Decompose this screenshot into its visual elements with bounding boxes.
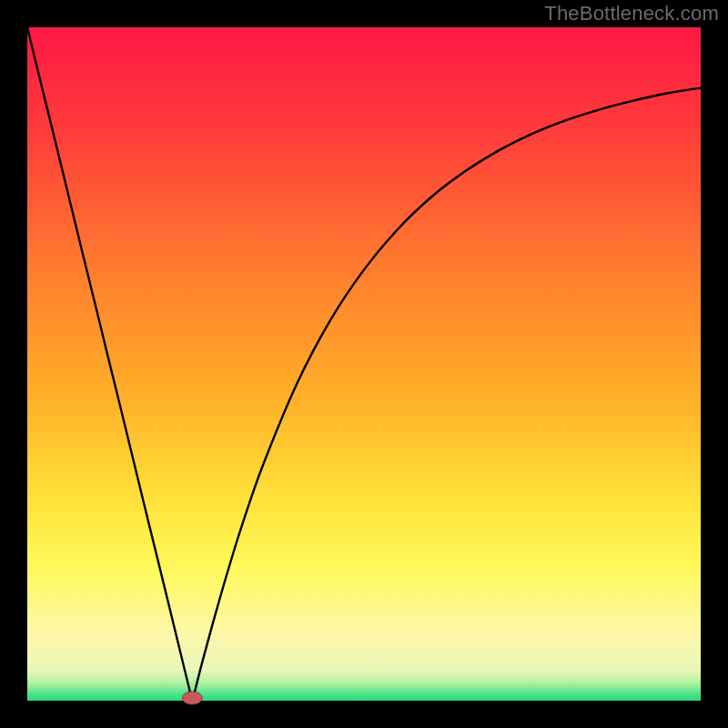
watermark-text: TheBottleneck.com	[544, 2, 719, 25]
gradient-background	[27, 27, 701, 701]
bottleneck-chart	[0, 0, 728, 728]
chart-frame: TheBottleneck.com	[0, 0, 728, 728]
optimal-point-marker	[182, 692, 202, 704]
